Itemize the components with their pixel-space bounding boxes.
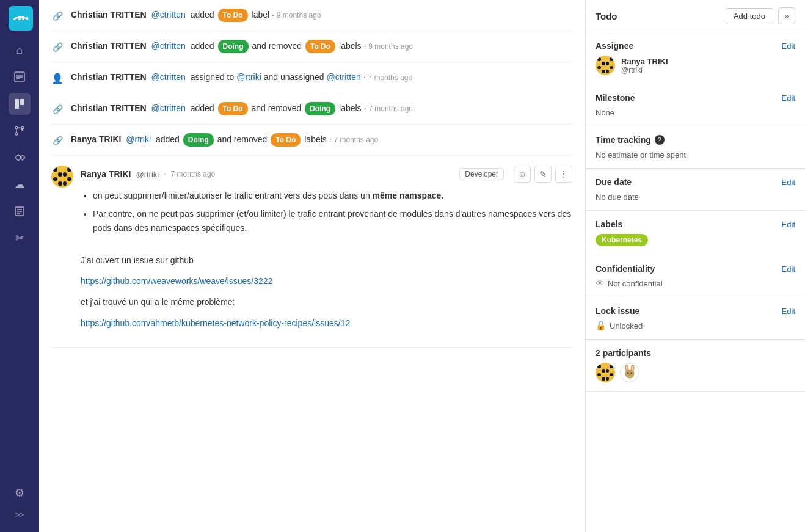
assignee-avatar (596, 56, 615, 75)
svg-point-24 (626, 366, 628, 371)
sidebar-item-pipelines[interactable] (9, 147, 31, 169)
eye-icon: 👁 (596, 279, 604, 288)
labels-title: Labels (596, 219, 622, 229)
activity-label-suffix-1: label · (252, 10, 277, 20)
activity-timestamp-5: 7 months ago (333, 136, 378, 144)
participants-row (596, 363, 795, 382)
sidebar-item-snippets[interactable]: ☁ (9, 173, 31, 195)
svg-rect-12 (20, 99, 24, 105)
assignee-name: Ranya TRIKI (621, 57, 668, 66)
user-icon-3: 👤 (51, 72, 64, 84)
confidentiality-edit-button[interactable]: Edit (782, 264, 795, 274)
sidebar-bottom: ⚙ >> (9, 482, 31, 526)
activity-item: 🔗 Ranya TRIKI @rtriki added Doing and re… (51, 125, 572, 156)
participant-avatar-2[interactable] (620, 363, 639, 382)
activity-username-3: @ctritten (151, 72, 186, 82)
assignee-username: @rtriki (621, 66, 668, 75)
comment-link-2-anchor[interactable]: https://github.com/ahmetb/kubernetes-net… (81, 318, 350, 328)
due-date-header: Due date Edit (596, 177, 795, 187)
activity-body-1: Christian TRITTEN @ctritten added To Do … (71, 9, 572, 22)
activity-username-2: @ctritten (151, 41, 186, 51)
participants-title: 2 participants (596, 348, 651, 358)
sidebar-item-home[interactable]: ⌂ (9, 39, 31, 61)
sidebar: ⌂ ☁ (0, 0, 39, 532)
sidebar-item-settings[interactable]: ⚙ (9, 482, 31, 504)
time-tracking-title: Time tracking (596, 135, 651, 145)
link-icon: 🔗 (51, 10, 64, 22)
participant-1-grid (596, 363, 615, 382)
todo-actions: Add todo » (726, 7, 795, 24)
sidebar-item-merge-requests[interactable] (9, 120, 31, 142)
comment-emoji-button[interactable]: ☺ (514, 166, 531, 183)
comment-link-1[interactable]: https://github.com/weaveworks/weave/issu… (81, 274, 572, 288)
comment-username: @rtriki (136, 170, 159, 179)
layout-row: 🔗 Christian TRITTEN @ctritten added To D… (39, 0, 805, 532)
app-logo[interactable] (9, 6, 31, 28)
assignee-edit-button[interactable]: Edit (782, 42, 795, 51)
comment-author: Ranya TRIKI (81, 169, 131, 179)
svg-point-27 (630, 373, 632, 374)
sidebar-item-wiki[interactable] (9, 200, 31, 222)
assignee-title: Assignee (596, 41, 633, 51)
comment-paragraph-1: J'ai ouvert un issue sur github (81, 253, 572, 267)
activity-label-suffix-4: labels · (339, 103, 368, 113)
participants-header: 2 participants (596, 348, 795, 358)
activity-unassigned-3: @ctritten (327, 72, 361, 82)
sidebar-expand-button[interactable]: >> (9, 504, 31, 526)
milestone-edit-button[interactable]: Edit (782, 93, 795, 103)
milestone-header: Milestone Edit (596, 93, 795, 103)
comment-block: Ranya TRIKI @rtriki · 7 months ago Devel… (51, 156, 572, 348)
right-sidebar: Todo Add todo » Assignee Edit (585, 0, 805, 532)
activity-and-5: and removed (217, 134, 270, 144)
milestone-section: Milestone Edit None (586, 84, 805, 126)
labels-header: Labels Edit (596, 219, 795, 229)
todo-chevron-button[interactable]: » (778, 7, 795, 24)
svg-rect-3 (22, 16, 24, 18)
add-todo-button[interactable]: Add todo (726, 8, 773, 24)
comment-edit-button[interactable]: ✎ (534, 166, 552, 183)
todo-section: Todo Add todo » (586, 0, 805, 32)
confidentiality-row: 👁 Not confidential (596, 279, 795, 288)
activity-action-2a: added (191, 41, 217, 51)
activity-assigned-3: @rtriki (236, 72, 261, 82)
svg-point-14 (15, 133, 18, 135)
comment-role-badge: Developer (459, 168, 504, 180)
activity-label-suffix-5: labels · (304, 134, 333, 144)
participants-section: 2 participants (586, 340, 805, 392)
lock-issue-section: Lock issue Edit 🔓 Unlocked (586, 297, 805, 340)
svg-rect-1 (15, 17, 17, 19)
participant-avatar-1[interactable] (596, 363, 615, 382)
confidentiality-section: Confidentiality Edit 👁 Not confidential (586, 255, 805, 297)
label-doing-5: Doing (183, 133, 214, 147)
time-tracking-section: Time tracking ? No estimate or time spen… (586, 126, 805, 169)
activity-body-4: Christian TRITTEN @ctritten added To Do … (71, 102, 572, 115)
comment-link-1-anchor[interactable]: https://github.com/weaveworks/weave/issu… (81, 276, 272, 286)
sidebar-item-board[interactable] (9, 93, 31, 115)
comment-more-button[interactable]: ⋮ (555, 166, 572, 183)
milestone-title: Milestone (596, 93, 635, 103)
lock-issue-value: Unlocked (610, 321, 643, 330)
activity-item: 🔗 Christian TRITTEN @ctritten added To D… (51, 93, 572, 125)
activity-author-4: Christian TRITTEN (71, 103, 147, 113)
activity-body-3: Christian TRITTEN @ctritten assigned to … (71, 71, 572, 84)
comment-timestamp: 7 months ago (171, 170, 216, 178)
sidebar-item-scissors[interactable]: ✂ (9, 227, 31, 249)
activity-author-2: Christian TRITTEN (71, 41, 147, 51)
svg-point-13 (15, 126, 18, 129)
labels-edit-button[interactable]: Edit (782, 220, 795, 229)
lock-issue-edit-button[interactable]: Edit (782, 307, 795, 316)
kubernetes-label: Kubernetes (596, 234, 648, 246)
confidentiality-header: Confidentiality Edit (596, 264, 795, 274)
due-date-title: Due date (596, 177, 632, 187)
activity-author-3: Christian TRITTEN (71, 72, 147, 82)
comment-link-2[interactable]: https://github.com/ahmetb/kubernetes-net… (81, 316, 572, 330)
comment-header: Ranya TRIKI @rtriki · 7 months ago Devel… (81, 166, 572, 183)
assignee-name-block: Ranya TRIKI @rtriki (621, 57, 668, 75)
lock-icon: 🔓 (596, 321, 606, 330)
time-tracking-help-icon[interactable]: ? (655, 135, 665, 145)
assignee-header: Assignee Edit (596, 41, 795, 51)
svg-point-28 (629, 374, 630, 376)
comment-bullet-2: Par contre, on ne peut pas supprimer (et… (93, 207, 572, 235)
due-date-edit-button[interactable]: Edit (782, 178, 795, 187)
sidebar-item-issues[interactable] (9, 66, 31, 88)
